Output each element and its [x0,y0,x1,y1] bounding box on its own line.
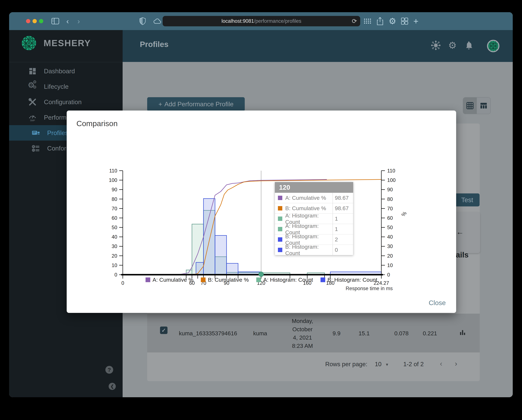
right-axis-title: % [400,210,408,218]
cell-qps: 9.9 [333,330,340,337]
table-view-button[interactable] [477,98,491,114]
legend-label: B: Histogram: Count [328,277,377,283]
refresh-icon[interactable]: ⟳ [352,18,357,25]
legend-label: A: Histogram: Count [263,277,313,283]
user-avatar[interactable] [487,39,497,49]
add-performance-profile-button[interactable]: + Add Performance Profile [147,97,245,111]
histogram-bar [227,263,238,275]
sidebar-item-label: Profiles [47,129,68,136]
legend-swatch [146,278,150,282]
privacy-shield-icon[interactable] [139,12,146,30]
y-tick-label: 20 [112,253,117,259]
forward-button[interactable]: › [77,12,80,30]
y-tick-label-right: 70 [387,206,393,211]
sidebar-divider [9,62,123,62]
cell-mesh-name: kuma [253,330,267,337]
traffic-zoom-button[interactable] [39,19,43,23]
pagination-range: 1-2 of 2 [403,361,424,368]
rows-per-page-label: Rows per page: [325,361,367,368]
performance-gauge-icon: SMP [28,113,37,122]
tooltip-swatch [278,206,282,210]
traffic-close-button[interactable] [26,19,30,23]
tooltip-header: 120 [275,182,353,193]
details-heading-partial: ails [456,250,468,259]
legend-item[interactable]: A: Cumulative % [146,277,193,283]
y-tick-label-right: 50 [387,225,393,230]
tooltip-row: A: Histogram: Count1 [275,214,353,224]
new-tab-icon[interactable]: + [413,12,419,30]
tooltip-row: B: Histogram: Count2 [275,234,353,245]
legend-item[interactable]: B: Cumulative % [201,277,249,283]
tooltip-series-label: B: Cumulative % [285,205,333,211]
next-page-icon[interactable]: › [455,360,457,368]
browser-settings-gear-icon[interactable]: ⚙ [389,12,396,30]
legend-item[interactable]: B: Histogram: Count [321,277,377,283]
sidebar-collapse-button[interactable]: ❮ [109,383,116,390]
sidebar-item-label: Lifecycle [44,83,69,90]
sidebar-item-label: Configuration [44,98,82,106]
legend-swatch [321,278,325,282]
tooltip-swatch [278,237,282,242]
histogram-bar [215,235,227,275]
sidebar-item-configuration[interactable]: Configuration [9,94,123,110]
check-icon: ✓ [161,327,166,334]
tooltip-value: 98.67 [333,193,353,203]
extensions-grid-icon[interactable] [363,12,371,30]
previous-page-icon[interactable]: ‹ [440,360,442,368]
tab-overview-icon[interactable] [401,12,408,30]
y-tick-label-right: 30 [387,243,393,249]
x-axis-title: Response time in ms [346,285,393,291]
tooltip-value: 1 [333,214,353,224]
mesh-adapters-icon[interactable] [431,40,441,50]
tooltip-value: 98.67 [333,203,353,213]
view-results-chart-icon[interactable] [459,329,466,337]
sidebar-item-lifecycle[interactable]: ⚙ ⚙ ⚙ Lifecycle [9,79,123,94]
cell-profile-name: kuma_1633353794616 [179,330,237,337]
notifications-bell-icon[interactable] [464,40,474,50]
sidebar-toggle-icon[interactable] [51,12,60,30]
view-toggle [463,97,491,114]
add-button-label: Add Performance Profile [164,101,233,108]
tooltip-value: 1 [333,224,353,234]
y-tick-label: 10 [112,262,117,268]
y-tick-label-right: 110 [387,168,395,174]
tooltip-row: A: Cumulative %98.67 [275,193,353,203]
help-button[interactable]: ? [105,366,113,374]
page-title: Profiles [140,40,169,49]
run-test-button[interactable]: Test [455,193,480,206]
share-icon[interactable] [376,12,384,30]
rows-per-page-select[interactable]: 10 [375,361,382,368]
cloud-icon[interactable] [153,12,162,30]
meshery-logo-row[interactable]: MESHERY [21,35,91,51]
legend-label: B: Cumulative % [208,277,249,283]
y-tick-label: 70 [112,206,117,211]
tooltip-value: 2 [333,234,353,244]
tooltip-row: A: Histogram: Count1 [275,224,353,234]
plus-icon: + [158,101,162,108]
comparison-modal: Comparison 00101020203030404050506060707… [67,111,456,313]
caret-down-icon[interactable]: ▾ [386,362,388,367]
y-tick-label: 90 [112,187,117,192]
brand-wordmark: MESHERY [44,38,91,48]
table-row[interactable]: ✓ kuma_1633353794616 kuma Monday, Octobe… [147,314,480,352]
settings-gear-icon[interactable]: ⚙ [447,40,457,50]
traffic-minimize-button[interactable] [32,19,37,23]
y-tick-label: 80 [112,196,117,202]
left-arrow-icon[interactable]: ← [456,228,464,236]
dashboard-icon [28,67,37,75]
row-checkbox[interactable]: ✓ [160,327,168,334]
conformance-checklist-icon [31,144,40,153]
app-header: Profiles ⚙ [123,30,513,62]
y-tick-label: 50 [112,225,117,230]
y-tick-label-right: 40 [387,234,393,240]
y-tick-label-right: 80 [387,196,393,202]
sidebar-item-dashboard[interactable]: Dashboard [9,63,123,79]
back-button[interactable]: ‹ [66,12,69,30]
lifecycle-gears-icon: ⚙ ⚙ ⚙ [28,82,37,91]
grid-view-button[interactable] [463,98,477,114]
legend-item[interactable]: A: Histogram: Count [256,277,313,283]
close-button[interactable]: Close [429,299,446,307]
collapse-chevron-icon: ❮ [110,384,114,389]
y-tick-label: 30 [112,243,117,249]
url-bar[interactable]: localhost:9081/performance/profiles ⟳ [163,16,360,26]
